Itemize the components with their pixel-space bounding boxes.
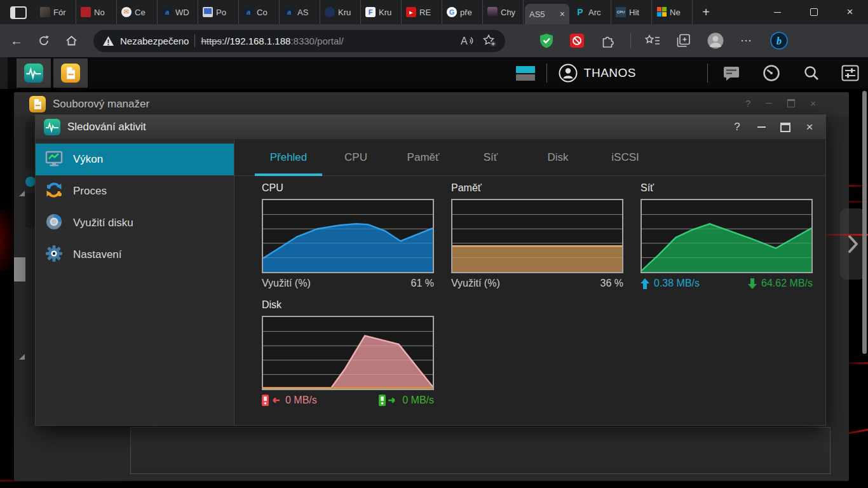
tab-label: WD xyxy=(175,8,189,17)
bing-sidebar-button[interactable]: b xyxy=(770,32,788,50)
browser-tab-kru[interactable]: Kru xyxy=(320,0,361,24)
collapse-triangle-icon[interactable] xyxy=(19,354,25,360)
browser-page-scrollbar[interactable] xyxy=(862,91,867,354)
notifications-button[interactable] xyxy=(723,65,740,81)
chart-footer-value: 0.38 MB/s xyxy=(654,278,700,289)
user-menu[interactable] xyxy=(559,64,578,83)
upload-arrow-icon xyxy=(641,278,649,289)
browser-window-controls: × xyxy=(759,0,868,24)
activity-monitor-titlebar[interactable]: Sledování aktivit ? × xyxy=(36,115,825,139)
browser-tab-wd[interactable]: aWD xyxy=(158,0,198,24)
taskbar-app-activity-monitor[interactable] xyxy=(17,58,51,88)
username-label: THANOS xyxy=(584,66,636,80)
browser-tab-no[interactable]: No xyxy=(76,0,117,24)
tab-workspaces-icon[interactable] xyxy=(10,6,27,19)
tab-disk[interactable]: Disk xyxy=(524,139,592,175)
minimize-button[interactable] xyxy=(766,103,772,104)
home-button[interactable] xyxy=(60,30,82,51)
maximize-button[interactable] xyxy=(787,99,795,107)
chart-title: Disk xyxy=(262,299,434,311)
reload-button[interactable] xyxy=(33,30,55,51)
browser-profile-button[interactable] xyxy=(707,32,724,49)
extensions-button[interactable] xyxy=(600,34,615,48)
taskbar-divider xyxy=(546,64,547,83)
favorites-button[interactable] xyxy=(645,34,660,47)
browser-tab-ce[interactable]: ✉Ce xyxy=(117,0,158,24)
chart-footer-value: 0 MB/s xyxy=(285,395,317,406)
tab-label: Co xyxy=(257,8,268,17)
browser-toolbar: ← Nezabezpečeno https://192.168.1.188:83… xyxy=(0,24,868,57)
close-button[interactable]: × xyxy=(810,98,816,109)
browser-maximize-button[interactable] xyxy=(796,0,832,24)
tab-label: Chy xyxy=(501,8,515,17)
asustor-favicon: a xyxy=(284,7,294,17)
browser-tab-pře[interactable]: Gpře xyxy=(442,0,483,24)
sidebar-item-nastavení[interactable]: Nastavení xyxy=(36,239,234,271)
adblock-extension-button[interactable] xyxy=(570,34,584,48)
maximize-icon xyxy=(810,8,818,16)
tab-paměť[interactable]: Paměť xyxy=(390,139,457,175)
activity-sidebar: VýkonProcesVyužití diskuNastavení xyxy=(36,139,234,425)
sidebar-item-proces[interactable]: Proces xyxy=(36,175,234,207)
browser-tab-hit[interactable]: CPUHit xyxy=(611,0,652,24)
not-secure-label[interactable]: Nezabezpečeno xyxy=(120,36,189,46)
browser-tab-kru[interactable]: FKru xyxy=(361,0,402,24)
help-button[interactable]: ? xyxy=(745,98,750,109)
collapse-triangle-icon[interactable] xyxy=(19,191,25,196)
url-text[interactable]: https://192.168.1.188:8330/portal/ xyxy=(201,36,343,46)
browser-tab-po[interactable]: Po xyxy=(198,0,239,24)
resource-monitor-button[interactable] xyxy=(763,64,780,82)
add-favorite-icon[interactable] xyxy=(482,34,496,47)
browser-tab-as[interactable]: aAS xyxy=(280,0,320,24)
close-button[interactable]: × xyxy=(797,115,822,139)
tab-přehled[interactable]: Přehled xyxy=(255,139,322,175)
back-button[interactable]: ← xyxy=(6,30,27,51)
file-manager-titlebar[interactable]: Souborový manažer xyxy=(14,92,849,116)
search-button[interactable] xyxy=(803,65,820,81)
chart-footer: Využití (%)61 % xyxy=(262,278,434,289)
system-status-widget[interactable] xyxy=(516,66,535,81)
browser-tab-arc[interactable]: PArc xyxy=(571,0,611,24)
chart-footer-value: 36 % xyxy=(600,278,623,289)
sidebar-item-využití-disku[interactable]: Využití disku xyxy=(36,207,234,239)
new-tab-button[interactable]: + xyxy=(696,3,715,22)
tab-síť[interactable]: Síť xyxy=(457,139,524,175)
charts-grid: CPUVyužití (%)61 %PaměťVyužití (%)36 %Sí… xyxy=(262,182,825,406)
chat-icon xyxy=(723,65,740,81)
chart-footer-left: Využití (%) xyxy=(262,278,311,289)
tab-cpu[interactable]: CPU xyxy=(322,139,390,175)
tab-close-icon[interactable]: × xyxy=(560,10,565,18)
disk-read-icon xyxy=(262,395,281,406)
browser-tab-as5[interactable]: AS5× xyxy=(525,4,569,24)
cpu-favicon: CPU xyxy=(616,7,626,17)
browser-tab-fór[interactable]: Fór xyxy=(36,0,76,24)
help-button[interactable]: ? xyxy=(725,115,749,139)
minimize-button[interactable] xyxy=(749,115,773,139)
taskbar-app-file-manager[interactable] xyxy=(53,58,88,88)
browser-tab-co[interactable]: aCo xyxy=(239,0,280,24)
activity-monitor-window[interactable]: Sledování aktivit ? × VýkonProcesVyužití… xyxy=(35,114,826,426)
tab-iscsi[interactable]: iSCSI xyxy=(592,139,659,175)
adguard-extension-button[interactable] xyxy=(539,33,553,48)
desktop-next-page-button[interactable] xyxy=(840,208,865,280)
chart-footer-value: 64.62 MB/s xyxy=(761,278,813,289)
browser-tab-re[interactable]: ▶RE xyxy=(402,0,442,24)
browser-tab-chy[interactable]: Chy xyxy=(483,0,524,24)
file-manager-scroll-thumb[interactable] xyxy=(14,257,25,281)
browser-settings-button[interactable]: ⋯ xyxy=(740,34,752,48)
browser-tab-ne[interactable]: Ne xyxy=(652,0,693,24)
browser-close-button[interactable]: × xyxy=(832,0,868,24)
sidebar-item-výkon[interactable]: Výkon xyxy=(36,144,234,175)
youtube-favicon: ▶ xyxy=(406,7,416,17)
address-bar[interactable]: Nezabezpečeno https://192.168.1.188:8330… xyxy=(93,30,505,52)
file-manager-window-controls: ? × xyxy=(745,98,816,109)
maximize-icon xyxy=(780,123,790,132)
browser-minimize-button[interactable] xyxy=(759,0,796,24)
read-aloud-icon[interactable]: A xyxy=(459,35,475,46)
collections-icon xyxy=(677,34,691,48)
preferences-button[interactable] xyxy=(841,65,859,81)
maximize-button[interactable] xyxy=(773,115,797,139)
taskbar-right-cluster: THANOS xyxy=(516,64,868,83)
collections-button[interactable] xyxy=(677,34,691,48)
navy-circle-favicon xyxy=(325,7,335,17)
